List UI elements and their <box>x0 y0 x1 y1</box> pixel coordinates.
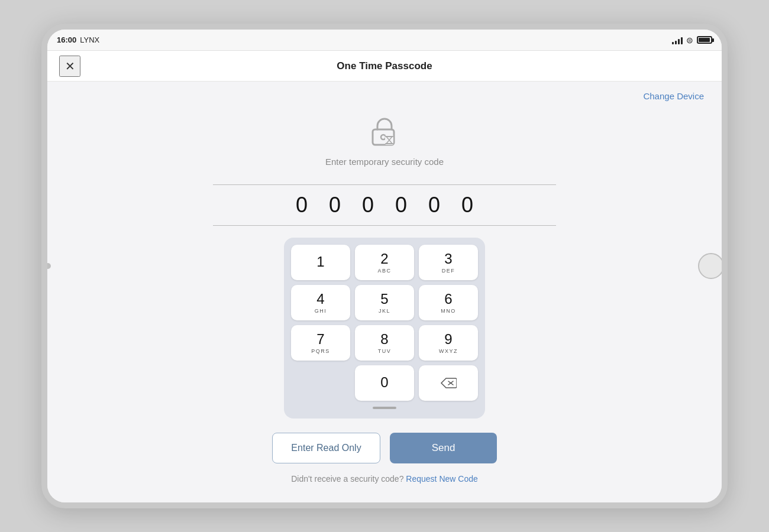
lock-label: Enter temporary security code <box>325 157 444 167</box>
change-device-link[interactable]: Change Device <box>643 91 704 101</box>
passcode-digit-1: 0 <box>296 194 308 216</box>
status-bar: 16:00 LYNX ⊜ <box>47 30 722 51</box>
keypad-grid: 1 2 ABC 3 DEF 4 GHI 5 JKL <box>291 245 478 401</box>
bottom-link: Didn't receive a security code? Request … <box>291 474 478 484</box>
status-icons: ⊜ <box>672 35 712 45</box>
action-buttons: Enter Read Only Send <box>272 433 497 463</box>
backspace-button[interactable] <box>419 365 478 401</box>
key-8[interactable]: 8 TUV <box>355 325 414 361</box>
key-6[interactable]: 6 MNO <box>419 285 478 320</box>
passcode-digit-2: 0 <box>329 194 341 216</box>
battery-icon <box>697 36 712 44</box>
backspace-icon <box>440 377 457 389</box>
passcode-digit-5: 0 <box>428 194 440 216</box>
lock-icon-area: Enter temporary security code <box>325 113 444 167</box>
keypad-handle <box>373 407 396 409</box>
key-0[interactable]: 0 <box>355 365 414 401</box>
nav-bar: ✕ One Time Passcode <box>47 51 722 82</box>
status-time: 16:00 <box>57 35 76 44</box>
key-empty <box>291 365 350 401</box>
key-7[interactable]: 7 PQRS <box>291 325 350 361</box>
key-2[interactable]: 2 ABC <box>355 245 414 280</box>
home-button[interactable] <box>698 253 724 279</box>
key-9[interactable]: 9 WXYZ <box>419 325 478 361</box>
passcode-digit-4: 0 <box>395 194 407 216</box>
wifi-icon: ⊜ <box>686 35 693 45</box>
passcode-digit-6: 0 <box>461 194 473 216</box>
passcode-digit-3: 0 <box>362 194 374 216</box>
close-button[interactable]: ✕ <box>59 56 80 77</box>
enter-read-only-button[interactable]: Enter Read Only <box>272 433 380 463</box>
status-carrier: LYNX <box>80 35 99 44</box>
passcode-row: 0 0 0 0 0 0 <box>213 184 556 226</box>
request-new-code-link[interactable]: Request New Code <box>406 474 477 484</box>
key-5[interactable]: 5 JKL <box>355 285 414 320</box>
key-1[interactable]: 1 <box>291 245 350 280</box>
main-content: Change Device Enter temporary s <box>47 82 722 502</box>
tablet-frame: 16:00 LYNX ⊜ ✕ One Time Passcode Change … <box>41 24 728 508</box>
svg-point-1 <box>381 135 386 140</box>
send-button[interactable]: Send <box>390 433 497 463</box>
nav-title: One Time Passcode <box>80 60 689 72</box>
camera-dot <box>45 263 51 269</box>
signal-bars-icon <box>672 36 683 44</box>
key-4[interactable]: 4 GHI <box>291 285 350 320</box>
lock-timer-icon <box>366 113 403 151</box>
keypad-wrapper: 1 2 ABC 3 DEF 4 GHI 5 JKL <box>284 238 485 419</box>
key-3[interactable]: 3 DEF <box>419 245 478 280</box>
